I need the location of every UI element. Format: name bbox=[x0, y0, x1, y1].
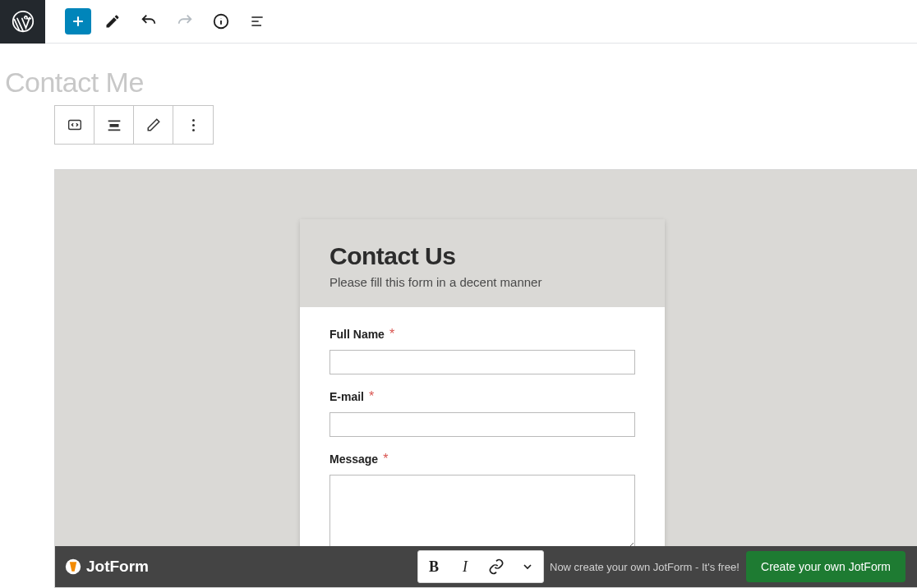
link-button[interactable] bbox=[481, 551, 512, 582]
jotform-brand-text: JotForm bbox=[86, 558, 149, 576]
add-block-button[interactable] bbox=[65, 8, 91, 34]
undo-icon bbox=[140, 12, 158, 30]
form-field-fullname: Full Name* bbox=[329, 327, 635, 374]
link-icon bbox=[488, 558, 505, 575]
form-header: Contact Us Please fill this form in a de… bbox=[300, 219, 665, 307]
form-subtitle: Please fill this form in a decent manner bbox=[329, 275, 635, 289]
embed-preview: Contact Us Please fill this form in a de… bbox=[54, 169, 917, 588]
edit-mode-button[interactable] bbox=[98, 7, 127, 36]
pencil-icon bbox=[104, 13, 121, 30]
fullname-input[interactable] bbox=[329, 350, 635, 374]
svg-rect-2 bbox=[68, 121, 81, 130]
bold-button[interactable]: B bbox=[418, 551, 449, 582]
more-format-button[interactable] bbox=[512, 551, 543, 582]
required-mark: * bbox=[389, 327, 394, 341]
jotform-tagline: Now create your own JotForm - It's free! bbox=[550, 561, 740, 573]
toolbar-buttons bbox=[45, 7, 272, 36]
field-label: Message bbox=[329, 452, 378, 466]
jotform-logo[interactable]: JotForm bbox=[65, 558, 149, 576]
required-mark: * bbox=[369, 389, 374, 403]
jotform-logo-icon bbox=[65, 558, 81, 575]
page-title[interactable]: Contact Me bbox=[0, 44, 917, 99]
form-field-message: Message* bbox=[329, 452, 635, 554]
block-edit-button[interactable] bbox=[134, 106, 173, 144]
info-button[interactable] bbox=[206, 7, 236, 36]
block-type-button[interactable] bbox=[55, 106, 94, 144]
field-label: Full Name bbox=[329, 328, 385, 341]
wordpress-logo[interactable] bbox=[0, 0, 45, 44]
info-icon bbox=[212, 12, 230, 30]
create-jotform-button[interactable]: Create your own JotForm bbox=[746, 551, 905, 582]
email-input[interactable] bbox=[329, 412, 635, 437]
italic-button[interactable]: I bbox=[449, 551, 481, 582]
field-label: E-mail bbox=[329, 390, 364, 403]
undo-button[interactable] bbox=[134, 7, 164, 36]
form-body: Full Name* E-mail* Message* bbox=[300, 307, 665, 577]
required-mark: * bbox=[383, 452, 388, 466]
plus-icon bbox=[70, 13, 86, 30]
pencil-icon bbox=[146, 117, 161, 132]
format-toolbar: B I bbox=[417, 550, 544, 583]
more-icon bbox=[192, 119, 195, 131]
redo-icon bbox=[176, 12, 194, 30]
editor-toolbar bbox=[0, 0, 917, 44]
outline-icon bbox=[249, 13, 265, 30]
jotform-bar: JotForm B I Now create your own JotForm … bbox=[55, 546, 917, 587]
wordpress-icon bbox=[12, 10, 35, 33]
form-title: Contact Us bbox=[329, 242, 635, 270]
redo-button[interactable] bbox=[170, 7, 200, 36]
message-textarea[interactable] bbox=[329, 475, 635, 550]
contact-form: Contact Us Please fill this form in a de… bbox=[300, 219, 665, 577]
block-toolbar bbox=[54, 105, 214, 145]
block-more-button[interactable] bbox=[173, 106, 213, 144]
form-field-email: E-mail* bbox=[329, 389, 635, 437]
html-icon bbox=[66, 116, 84, 134]
outline-button[interactable] bbox=[242, 7, 272, 36]
chevron-down-icon bbox=[521, 560, 534, 573]
align-icon bbox=[105, 116, 123, 134]
block-align-button[interactable] bbox=[94, 106, 134, 144]
